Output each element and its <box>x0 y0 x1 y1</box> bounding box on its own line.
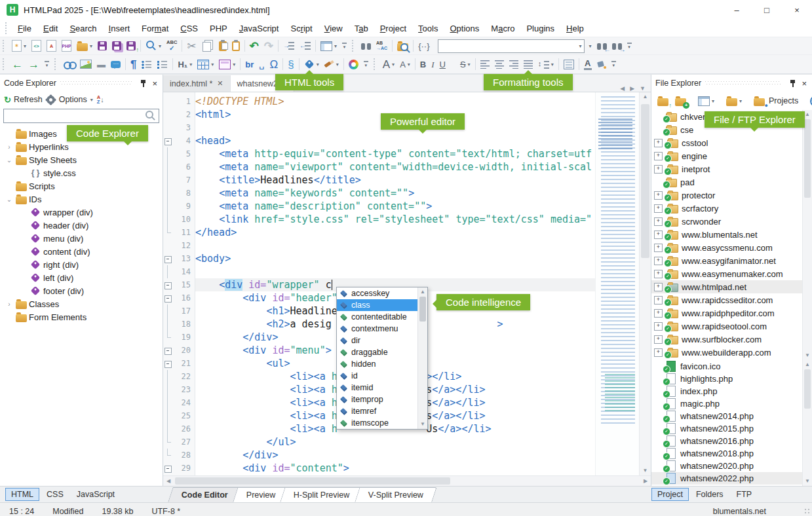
expand-icon[interactable]: + <box>654 191 663 200</box>
scroll-down-icon[interactable]: ▼ <box>640 466 651 475</box>
menu-file[interactable]: File <box>12 22 37 35</box>
autocomplete-item-contenteditable[interactable]: contenteditable <box>337 311 417 323</box>
fold-toggle-icon[interactable] <box>164 348 172 355</box>
files-scrollbar[interactable]: ▲▼ <box>802 360 812 486</box>
panel-layout-button[interactable]: ▾ <box>318 38 339 54</box>
tab-html[interactable]: HTML <box>5 488 39 501</box>
find-next-button[interactable]: → <box>609 38 625 54</box>
tree-item-scripts[interactable]: Scripts <box>0 179 163 193</box>
save-all-button[interactable] <box>109 38 124 54</box>
folder-row-www-rapidseotool-com[interactable]: +✓www.rapidseotool.com <box>651 320 812 333</box>
file-row-whatsnew2016-php[interactable]: ✓whatsnew2016.php <box>651 435 812 447</box>
find-in-files-button[interactable] <box>395 38 411 54</box>
paste-button[interactable] <box>216 38 229 54</box>
code-line-11[interactable]: </head> <box>195 226 595 239</box>
insert-br-button[interactable]: br <box>242 56 256 72</box>
fold-toggle-icon[interactable] <box>164 295 172 303</box>
menu-format[interactable]: Format <box>136 22 174 35</box>
tree-item-style-sheets[interactable]: ⌄Style Sheets <box>0 153 163 166</box>
expand-icon[interactable]: + <box>654 348 663 357</box>
toolbar-overflow-button[interactable]: ▾ <box>339 38 349 54</box>
new-folder-button[interactable]: + <box>672 93 689 109</box>
search-combobox-input[interactable] <box>438 41 579 52</box>
heading-button[interactable]: H₁▾ <box>175 56 195 72</box>
new-php-document-button[interactable]: PHP <box>59 38 74 54</box>
folder-row-www-blumentals-net[interactable]: +✓www.blumentals.net <box>651 228 812 241</box>
strikethrough-button[interactable]: S▾ <box>448 56 473 72</box>
panel-close-icon[interactable]: × <box>800 79 808 88</box>
code-line-8[interactable]: <meta name="keywords" content=""> <box>195 187 595 200</box>
find-button[interactable] <box>358 38 374 54</box>
tab-scroll-left-icon[interactable]: ◀ <box>620 85 625 92</box>
code-line-1[interactable]: <!DOCTYPE HTML> <box>195 95 595 108</box>
new-document-button[interactable]: ✶▾ <box>9 38 29 54</box>
file-row-favicon-ico[interactable]: ✓favicon.ico <box>651 360 812 373</box>
align-left-button[interactable] <box>478 56 492 72</box>
tab-ftp[interactable]: FTP <box>731 488 758 501</box>
insert-comment-button[interactable]: ⋯ <box>108 56 123 72</box>
editor-tab-index-html-[interactable]: index.html *✕ <box>163 75 231 92</box>
expander-icon[interactable]: › <box>4 143 14 151</box>
folder-row-engine[interactable]: +✓engine <box>651 149 812 162</box>
code-line-28[interactable]: </div> <box>195 449 595 462</box>
menu-tab[interactable]: Tab <box>349 22 374 35</box>
menu-help[interactable]: Help <box>560 22 590 35</box>
font-color-button[interactable]: A <box>581 56 594 72</box>
new-html-document-button[interactable]: <> <box>29 38 44 54</box>
unordered-list-button[interactable] <box>139 56 155 72</box>
dropdown-caret-icon[interactable]: ▾ <box>24 43 26 49</box>
html-overflow-button[interactable]: ▾ <box>361 56 371 72</box>
tree-item-right-div-[interactable]: right (div) <box>0 258 163 271</box>
file-row-whatsnew2018-php[interactable]: ✓whatsnew2018.php <box>651 447 812 460</box>
search-button[interactable]: ▾ <box>143 38 164 54</box>
outdent-button[interactable]: ← <box>297 38 313 54</box>
expand-icon[interactable]: + <box>654 152 663 160</box>
highlight-color-button[interactable] <box>594 56 609 72</box>
tab-javascript[interactable]: JavaScript <box>71 488 121 501</box>
italic-button[interactable]: I <box>429 56 436 72</box>
refresh-button[interactable]: Refresh <box>14 95 43 104</box>
save-upload-button[interactable]: ↑ <box>124 38 138 54</box>
format-overflow-button[interactable]: ▾ <box>609 56 619 72</box>
code-snippets-button[interactable]: {··} <box>416 38 432 54</box>
scroll-up-icon[interactable]: ▲ <box>640 92 651 101</box>
tab-list-icon[interactable]: ▼ <box>640 85 646 92</box>
insert-script-button[interactable]: § <box>285 56 296 72</box>
folder-row-www-easygifanimator-net[interactable]: +✓www.easygifanimator.net <box>651 254 812 267</box>
fold-toggle-icon[interactable] <box>164 466 172 473</box>
dropdown-caret-icon[interactable]: ▾ <box>408 62 410 67</box>
align-center-button[interactable] <box>492 56 507 72</box>
dropdown-caret-icon[interactable]: ▾ <box>189 62 192 67</box>
horizontal-scroll-thumb[interactable] <box>175 477 450 485</box>
cut-button[interactable]: ✂ <box>184 38 199 54</box>
tree-item-left-div-[interactable]: left (div) <box>0 271 163 284</box>
autocomplete-item-draggable[interactable]: draggable <box>337 346 417 358</box>
expand-icon[interactable]: + <box>654 322 663 331</box>
expand-icon[interactable]: + <box>654 217 663 226</box>
menu-edit[interactable]: Edit <box>37 22 64 35</box>
clipboard-button[interactable] <box>229 38 242 54</box>
vertical-scroll-thumb[interactable] <box>641 104 649 258</box>
dropdown-caret-icon[interactable]: ▾ <box>90 43 92 49</box>
expand-icon[interactable]: + <box>654 309 663 318</box>
indent-button[interactable]: → <box>280 38 297 54</box>
editor-horizontal-scrollbar[interactable]: ◀ ▶ <box>163 475 651 486</box>
menu-search[interactable]: Search <box>64 22 102 35</box>
dropdown-caret-icon[interactable]: ▾ <box>317 62 319 67</box>
maximize-button[interactable]: □ <box>752 0 782 20</box>
expander-icon[interactable]: ⌄ <box>4 157 14 164</box>
pin-icon[interactable] <box>789 79 796 88</box>
redo-button[interactable]: ↷ <box>261 38 276 54</box>
expander-icon[interactable]: › <box>4 301 14 308</box>
minimap[interactable] <box>595 92 639 475</box>
tab-scroll-right-icon[interactable]: ▶ <box>630 85 634 92</box>
file-row-highlights-php[interactable]: ✓highlights.php <box>651 373 812 385</box>
menu-script[interactable]: Script <box>284 22 318 35</box>
expand-icon[interactable]: + <box>654 283 663 291</box>
code-explorer-search-input[interactable] <box>7 111 145 121</box>
folder-row-www-easymenumaker-com[interactable]: +✓www.easymenumaker.com <box>651 267 812 280</box>
autocomplete-item-itemprop[interactable]: itemprop <box>337 394 417 405</box>
refresh-icon[interactable]: ↻ <box>4 95 11 105</box>
folder-row-pad[interactable]: ✓pad <box>651 175 812 189</box>
menu-macro[interactable]: Macro <box>485 22 520 35</box>
